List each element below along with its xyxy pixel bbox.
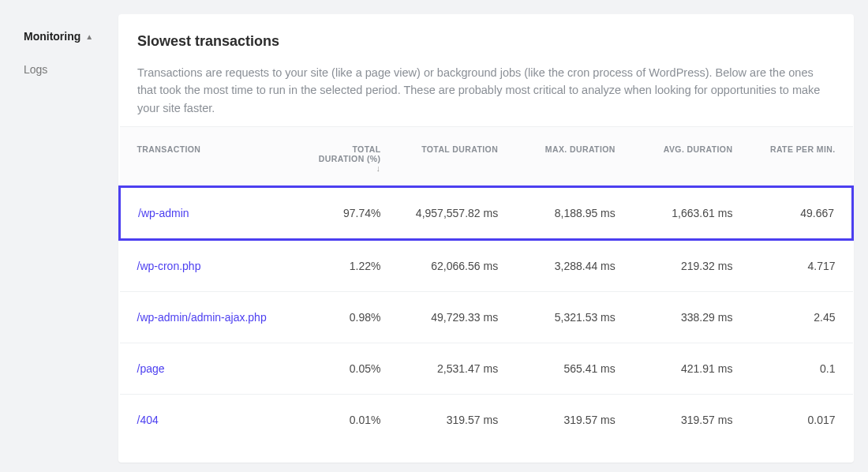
sidebar-item-monitoring[interactable]: Monitoring ▲ <box>24 30 104 43</box>
cell-pct: 0.01% <box>295 395 398 446</box>
cell-total: 49,729.33 ms <box>398 292 516 343</box>
cell-avg: 338.29 ms <box>633 292 750 343</box>
col-header-label: MAX. DURATION <box>545 144 615 154</box>
cell-avg: 319.57 ms <box>633 395 750 446</box>
cell-pct: 0.98% <box>295 292 398 343</box>
transactions-table: TRANSACTION TOTAL DURATION (%) ↓ TOTAL D… <box>118 126 854 445</box>
sidebar-item-label: Logs <box>24 63 47 76</box>
col-header-label: TOTAL DURATION (%) <box>319 144 381 163</box>
cell-pct: 0.05% <box>295 343 398 395</box>
col-header-label: TRANSACTION <box>137 144 201 154</box>
col-header-transaction[interactable]: TRANSACTION <box>120 127 296 187</box>
cell-transaction-name: /wp-cron.php <box>120 240 296 292</box>
table-row[interactable]: /4040.01%319.57 ms319.57 ms319.57 ms0.01… <box>120 395 853 446</box>
cell-avg: 421.91 ms <box>633 343 750 395</box>
col-header-total[interactable]: TOTAL DURATION <box>398 127 516 187</box>
table-row[interactable]: /wp-cron.php1.22%62,066.56 ms3,288.44 ms… <box>120 240 853 292</box>
cell-total: 62,066.56 ms <box>398 240 516 292</box>
transaction-link[interactable]: /wp-cron.php <box>137 260 201 272</box>
col-header-max[interactable]: MAX. DURATION <box>515 127 633 187</box>
col-header-pct[interactable]: TOTAL DURATION (%) ↓ <box>295 127 398 187</box>
cell-rate: 49.667 <box>750 187 852 240</box>
table-row[interactable]: /wp-admin97.74%4,957,557.82 ms8,188.95 m… <box>120 187 853 240</box>
cell-max: 319.57 ms <box>515 395 633 446</box>
cell-rate: 0.017 <box>750 395 852 446</box>
transaction-link[interactable]: /page <box>137 362 165 375</box>
transaction-link[interactable]: /404 <box>137 414 159 426</box>
panel-title: Slowest transactions <box>137 33 835 50</box>
cell-rate: 4.717 <box>750 240 852 292</box>
sidebar-item-logs[interactable]: Logs <box>24 63 104 76</box>
col-header-rate[interactable]: RATE PER MIN. <box>750 127 852 187</box>
monitoring-icon: ▲ <box>85 32 93 41</box>
cell-max: 8,188.95 ms <box>515 187 633 240</box>
panel-description: Transactions are requests to your site (… <box>137 64 835 117</box>
main-panel: Slowest transactions Transactions are re… <box>118 14 854 463</box>
cell-transaction-name: /wp-admin/admin-ajax.php <box>120 292 296 343</box>
transaction-link[interactable]: /wp-admin/admin-ajax.php <box>137 311 267 324</box>
col-header-label: TOTAL DURATION <box>421 144 498 154</box>
cell-pct: 97.74% <box>295 187 398 240</box>
cell-max: 565.41 ms <box>515 343 633 395</box>
sidebar-item-label: Monitoring <box>24 30 80 43</box>
cell-transaction-name: /404 <box>120 395 296 446</box>
cell-transaction-name: /page <box>120 343 296 395</box>
cell-rate: 0.1 <box>750 343 852 395</box>
cell-transaction-name: /wp-admin <box>120 187 296 240</box>
cell-pct: 1.22% <box>295 240 398 292</box>
sidebar: Monitoring ▲ Logs <box>0 0 118 472</box>
cell-total: 2,531.47 ms <box>398 343 516 395</box>
cell-total: 319.57 ms <box>398 395 516 446</box>
cell-max: 3,288.44 ms <box>515 240 633 292</box>
col-header-avg[interactable]: AVG. DURATION <box>633 127 750 187</box>
col-header-label: RATE PER MIN. <box>770 144 836 154</box>
cell-max: 5,321.53 ms <box>515 292 633 343</box>
cell-rate: 2.45 <box>750 292 852 343</box>
cell-total: 4,957,557.82 ms <box>398 187 516 240</box>
table-row[interactable]: /page0.05%2,531.47 ms565.41 ms421.91 ms0… <box>120 343 853 395</box>
table-row[interactable]: /wp-admin/admin-ajax.php0.98%49,729.33 m… <box>120 292 853 343</box>
transaction-link[interactable]: /wp-admin <box>138 207 189 219</box>
sort-desc-icon: ↓ <box>376 163 381 173</box>
cell-avg: 219.32 ms <box>633 240 750 292</box>
col-header-label: AVG. DURATION <box>664 144 733 154</box>
cell-avg: 1,663.61 ms <box>633 187 750 240</box>
